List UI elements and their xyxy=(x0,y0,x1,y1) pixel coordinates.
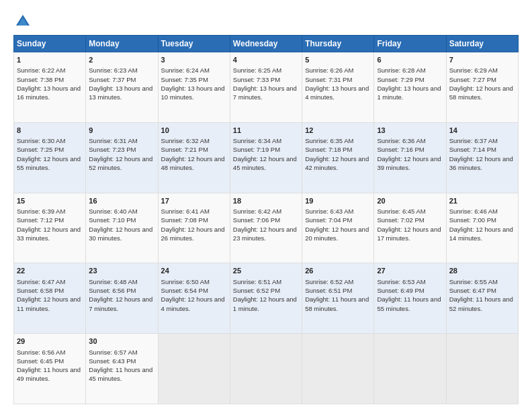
week-row-2: 8Sunrise: 6:30 AMSunset: 7:25 PMDaylight… xyxy=(14,122,519,193)
sunset: Sunset: 6:58 PM xyxy=(17,287,64,294)
day-number: 6 xyxy=(377,55,443,65)
day-cell-11: 11Sunrise: 6:34 AMSunset: 7:19 PMDayligh… xyxy=(230,122,302,193)
day-number: 5 xyxy=(305,55,371,65)
day-cell-6: 6Sunrise: 6:28 AMSunset: 7:29 PMDaylight… xyxy=(374,52,446,123)
sunrise: Sunrise: 6:40 AM xyxy=(89,208,137,215)
day-number: 4 xyxy=(233,55,299,65)
sunrise: Sunrise: 6:36 AM xyxy=(377,137,425,144)
empty-cell xyxy=(374,334,446,404)
sunset: Sunset: 6:52 PM xyxy=(233,287,280,294)
day-number: 25 xyxy=(233,266,299,276)
daylight: Daylight: 12 hours and 14 minutes. xyxy=(449,226,513,242)
day-number: 22 xyxy=(17,266,83,276)
day-cell-10: 10Sunrise: 6:32 AMSunset: 7:21 PMDayligh… xyxy=(158,122,230,193)
day-cell-28: 28Sunrise: 6:55 AMSunset: 6:47 PMDayligh… xyxy=(446,263,518,334)
sunset: Sunset: 7:08 PM xyxy=(161,216,208,224)
sunset: Sunset: 6:56 PM xyxy=(89,287,136,294)
day-of-week-thursday: Thursday xyxy=(302,36,374,52)
day-number: 9 xyxy=(89,126,154,136)
sunset: Sunset: 6:54 PM xyxy=(161,287,208,294)
day-number: 26 xyxy=(305,266,371,276)
daylight: Daylight: 12 hours and 45 minutes. xyxy=(233,155,297,171)
day-number: 1 xyxy=(17,55,83,65)
day-number: 15 xyxy=(17,196,83,206)
day-cell-29: 29Sunrise: 6:56 AMSunset: 6:45 PMDayligh… xyxy=(14,334,86,404)
daylight: Daylight: 13 hours and 7 minutes. xyxy=(233,85,297,101)
day-cell-14: 14Sunrise: 6:37 AMSunset: 7:14 PMDayligh… xyxy=(446,122,518,193)
daylight: Daylight: 11 hours and 45 minutes. xyxy=(89,366,152,382)
day-number: 27 xyxy=(377,266,443,276)
sunrise: Sunrise: 6:32 AM xyxy=(161,137,210,144)
day-of-week-row: SundayMondayTuesdayWednesdayThursdayFrid… xyxy=(14,36,519,52)
sunset: Sunset: 7:38 PM xyxy=(17,76,64,83)
sunset: Sunset: 7:06 PM xyxy=(233,216,280,224)
sunset: Sunset: 7:33 PM xyxy=(233,76,280,83)
sunset: Sunset: 6:47 PM xyxy=(449,287,496,294)
sunset: Sunset: 6:43 PM xyxy=(89,357,136,365)
sunset: Sunset: 7:10 PM xyxy=(89,216,136,224)
daylight: Daylight: 11 hours and 55 minutes. xyxy=(377,295,441,312)
day-number: 24 xyxy=(161,266,227,276)
sunset: Sunset: 7:00 PM xyxy=(449,216,496,224)
day-number: 21 xyxy=(449,196,515,206)
day-number: 19 xyxy=(305,196,371,206)
sunrise: Sunrise: 6:22 AM xyxy=(17,66,65,74)
daylight: Daylight: 13 hours and 4 minutes. xyxy=(305,85,369,101)
sunset: Sunset: 6:45 PM xyxy=(17,357,64,365)
day-number: 11 xyxy=(233,126,299,136)
sunrise: Sunrise: 6:34 AM xyxy=(233,137,281,144)
day-number: 18 xyxy=(233,196,299,206)
sunrise: Sunrise: 6:55 AM xyxy=(449,278,498,285)
sunrise: Sunrise: 6:35 AM xyxy=(305,137,353,144)
sunset: Sunset: 7:25 PM xyxy=(17,146,64,153)
day-cell-1: 1Sunrise: 6:22 AMSunset: 7:38 PMDaylight… xyxy=(14,52,86,123)
sunrise: Sunrise: 6:48 AM xyxy=(89,278,137,285)
day-number: 30 xyxy=(89,336,154,347)
sunrise: Sunrise: 6:29 AM xyxy=(449,66,498,74)
daylight: Daylight: 12 hours and 55 minutes. xyxy=(17,155,81,171)
day-of-week-monday: Monday xyxy=(86,36,158,52)
sunset: Sunset: 7:21 PM xyxy=(161,146,208,153)
sunset: Sunset: 7:19 PM xyxy=(233,146,280,153)
week-row-1: 1Sunrise: 6:22 AMSunset: 7:38 PMDaylight… xyxy=(14,52,519,123)
daylight: Daylight: 12 hours and 26 minutes. xyxy=(161,226,225,242)
sunrise: Sunrise: 6:52 AM xyxy=(305,278,353,285)
daylight: Daylight: 12 hours and 17 minutes. xyxy=(377,226,441,242)
day-cell-4: 4Sunrise: 6:25 AMSunset: 7:33 PMDaylight… xyxy=(230,52,302,123)
sunrise: Sunrise: 6:51 AM xyxy=(233,278,281,285)
logo-icon xyxy=(15,13,31,30)
daylight: Daylight: 12 hours and 58 minutes. xyxy=(449,85,513,101)
day-number: 12 xyxy=(305,126,371,136)
day-cell-20: 20Sunrise: 6:45 AMSunset: 7:02 PMDayligh… xyxy=(374,193,446,263)
sunset: Sunset: 6:49 PM xyxy=(377,287,424,294)
day-cell-19: 19Sunrise: 6:43 AMSunset: 7:04 PMDayligh… xyxy=(302,193,374,263)
sunset: Sunset: 7:27 PM xyxy=(449,76,496,83)
day-of-week-tuesday: Tuesday xyxy=(158,36,230,52)
day-cell-26: 26Sunrise: 6:52 AMSunset: 6:51 PMDayligh… xyxy=(302,263,374,334)
day-number: 10 xyxy=(161,126,227,136)
day-cell-12: 12Sunrise: 6:35 AMSunset: 7:18 PMDayligh… xyxy=(302,122,374,193)
day-cell-17: 17Sunrise: 6:41 AMSunset: 7:08 PMDayligh… xyxy=(158,193,230,263)
sunrise: Sunrise: 6:37 AM xyxy=(449,137,498,144)
daylight: Daylight: 12 hours and 39 minutes. xyxy=(377,155,441,171)
empty-cell xyxy=(230,334,302,404)
day-number: 29 xyxy=(17,336,83,347)
sunset: Sunset: 6:51 PM xyxy=(305,287,352,294)
sunrise: Sunrise: 6:47 AM xyxy=(17,278,65,285)
sunset: Sunset: 7:18 PM xyxy=(305,146,352,153)
day-of-week-wednesday: Wednesday xyxy=(230,36,302,52)
sunset: Sunset: 7:14 PM xyxy=(449,146,496,153)
sunrise: Sunrise: 6:41 AM xyxy=(161,208,210,215)
day-cell-9: 9Sunrise: 6:31 AMSunset: 7:23 PMDaylight… xyxy=(86,122,158,193)
day-cell-23: 23Sunrise: 6:48 AMSunset: 6:56 PMDayligh… xyxy=(86,263,158,334)
calendar-table: SundayMondayTuesdayWednesdayThursdayFrid… xyxy=(13,35,519,404)
day-of-week-saturday: Saturday xyxy=(446,36,518,52)
day-cell-7: 7Sunrise: 6:29 AMSunset: 7:27 PMDaylight… xyxy=(446,52,518,123)
sunrise: Sunrise: 6:31 AM xyxy=(89,137,137,144)
sunrise: Sunrise: 6:43 AM xyxy=(305,208,353,215)
daylight: Daylight: 13 hours and 13 minutes. xyxy=(89,85,152,101)
sunset: Sunset: 7:37 PM xyxy=(89,76,136,83)
daylight: Daylight: 12 hours and 30 minutes. xyxy=(89,226,152,242)
day-number: 23 xyxy=(89,266,154,276)
day-cell-3: 3Sunrise: 6:24 AMSunset: 7:35 PMDaylight… xyxy=(158,52,230,123)
